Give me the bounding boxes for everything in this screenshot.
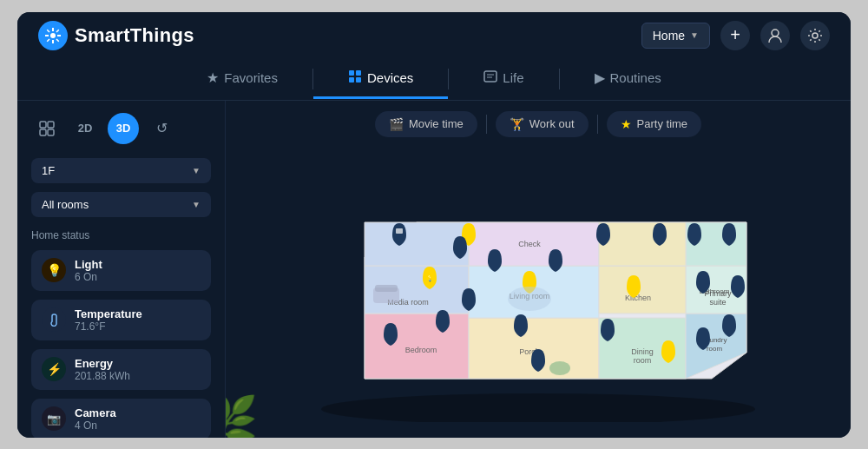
life-icon bbox=[483, 69, 497, 87]
room-label: All rooms bbox=[42, 198, 89, 211]
add-button[interactable]: + bbox=[720, 21, 750, 50]
room-arrow-icon: ▼ bbox=[192, 200, 201, 209]
home-status-label: Home status bbox=[31, 229, 211, 241]
svg-point-55 bbox=[508, 287, 551, 311]
svg-point-10 bbox=[772, 30, 779, 36]
scene-divider-1 bbox=[486, 115, 487, 134]
app-name: SmartThings bbox=[75, 24, 194, 47]
floor-arrow-icon: ▼ bbox=[192, 166, 201, 175]
svg-marker-35 bbox=[365, 222, 469, 266]
svg-rect-20 bbox=[48, 122, 54, 128]
history-icon: ↺ bbox=[156, 120, 168, 136]
3d-view-btn[interactable]: 3D bbox=[108, 113, 139, 144]
floor-map-container: Media room Living room Kitchen Primary s… bbox=[226, 144, 851, 438]
tab-devices-label: Devices bbox=[367, 70, 413, 85]
svg-rect-16 bbox=[484, 71, 496, 82]
sidebar: 2D 3D ↺ 1F ▼ All rooms ▼ Home status bbox=[17, 101, 226, 438]
workout-icon: 🏋 bbox=[510, 117, 524, 131]
temp-title: Temperature bbox=[75, 307, 142, 320]
tab-devices[interactable]: Devices bbox=[313, 59, 448, 99]
light-title: Light bbox=[75, 258, 102, 271]
party-icon: ★ bbox=[621, 117, 632, 131]
home-arrow-icon: ▼ bbox=[690, 30, 699, 40]
svg-text:room: room bbox=[707, 345, 723, 353]
devices-icon bbox=[348, 69, 362, 86]
svg-rect-13 bbox=[356, 70, 361, 76]
map-area: 🎬 Movie time 🏋 Work out ★ Party time bbox=[226, 101, 851, 438]
home-selector[interactable]: Home ▼ bbox=[641, 23, 710, 49]
main-content: 2D 3D ↺ 1F ▼ All rooms ▼ Home status bbox=[17, 101, 851, 438]
svg-rect-14 bbox=[349, 77, 354, 83]
scene-party-label: Party time bbox=[637, 117, 688, 130]
header: SmartThings Home ▼ + bbox=[17, 12, 851, 59]
status-card-temperature[interactable]: Temperature 71.6°F bbox=[31, 300, 211, 340]
energy-title: Energy bbox=[75, 357, 130, 370]
scene-bar: 🎬 Movie time 🏋 Work out ★ Party time bbox=[226, 101, 851, 144]
tab-life-label: Life bbox=[503, 70, 523, 85]
svg-text:room: room bbox=[634, 356, 652, 365]
2d-label: 2D bbox=[78, 122, 93, 135]
logo-area: SmartThings bbox=[38, 21, 194, 50]
3d-label: 3D bbox=[116, 122, 131, 135]
temp-value: 71.6°F bbox=[75, 320, 142, 333]
camera-title: Camera bbox=[75, 406, 116, 419]
movie-icon: 🎬 bbox=[389, 117, 404, 131]
floor-map: Media room Living room Kitchen Primary s… bbox=[295, 153, 781, 431]
favorites-icon: ★ bbox=[207, 69, 219, 86]
light-value: 6 On bbox=[75, 271, 102, 283]
svg-point-23 bbox=[321, 393, 755, 422]
status-card-light[interactable]: 💡 Light 6 On bbox=[31, 250, 211, 291]
view-controls: 2D 3D ↺ bbox=[31, 113, 211, 144]
scene-movie-btn[interactable]: 🎬 Movie time bbox=[375, 111, 477, 137]
status-card-energy[interactable]: ⚡ Energy 201.88 kWh bbox=[31, 349, 211, 390]
tab-routines[interactable]: ▶ Routines bbox=[560, 59, 696, 99]
grid-view-btn[interactable] bbox=[31, 113, 62, 144]
home-label: Home bbox=[653, 29, 685, 43]
room-selector[interactable]: All rooms ▼ bbox=[31, 192, 211, 217]
plant-decoration: 🌿 bbox=[226, 393, 258, 438]
settings-button[interactable] bbox=[800, 21, 830, 50]
floor-selector[interactable]: 1F ▼ bbox=[31, 158, 211, 183]
energy-icon: ⚡ bbox=[42, 357, 66, 381]
svg-text:💡: 💡 bbox=[426, 274, 434, 282]
svg-point-56 bbox=[549, 361, 570, 375]
svg-text:Dining: Dining bbox=[631, 347, 654, 356]
logo-icon bbox=[38, 21, 68, 50]
scene-party-btn[interactable]: ★ Party time bbox=[607, 111, 702, 137]
svg-text:Kitchen: Kitchen bbox=[625, 294, 651, 302]
svg-text:Check: Check bbox=[518, 240, 541, 248]
tab-favorites[interactable]: ★ Favorites bbox=[172, 59, 312, 99]
svg-marker-36 bbox=[599, 222, 686, 266]
profile-button[interactable] bbox=[760, 21, 790, 50]
svg-rect-15 bbox=[356, 77, 361, 83]
2d-view-btn[interactable]: 2D bbox=[69, 113, 101, 144]
status-card-camera[interactable]: 📷 Camera 4 On bbox=[31, 399, 211, 438]
svg-text:suite: suite bbox=[709, 298, 726, 307]
tab-routines-label: Routines bbox=[610, 70, 661, 85]
svg-rect-19 bbox=[40, 122, 46, 128]
svg-marker-32 bbox=[599, 266, 686, 314]
scene-workout-btn[interactable]: 🏋 Work out bbox=[496, 111, 589, 137]
header-right: Home ▼ + bbox=[641, 21, 830, 50]
history-view-btn[interactable]: ↺ bbox=[146, 113, 177, 144]
scene-movie-label: Movie time bbox=[409, 117, 464, 130]
nav-tabs: ★ Favorites Devices bbox=[17, 59, 851, 101]
energy-value: 201.88 kWh bbox=[75, 370, 130, 382]
temp-icon bbox=[42, 307, 66, 332]
svg-point-11 bbox=[812, 33, 818, 38]
svg-text:Bedroom: Bedroom bbox=[405, 346, 437, 354]
scene-workout-label: Work out bbox=[529, 117, 575, 130]
svg-rect-21 bbox=[40, 129, 46, 135]
svg-rect-54 bbox=[375, 285, 398, 292]
svg-rect-22 bbox=[48, 129, 54, 135]
routines-icon: ▶ bbox=[595, 69, 605, 86]
tv-frame: SmartThings Home ▼ + bbox=[17, 12, 851, 438]
light-icon: 💡 bbox=[42, 258, 66, 282]
camera-icon: 📷 bbox=[42, 406, 66, 431]
svg-rect-52 bbox=[396, 228, 403, 234]
floor-label: 1F bbox=[42, 164, 55, 177]
svg-rect-12 bbox=[349, 70, 354, 76]
tab-favorites-label: Favorites bbox=[224, 70, 278, 85]
camera-value: 4 On bbox=[75, 419, 116, 432]
tab-life[interactable]: Life bbox=[449, 59, 558, 100]
